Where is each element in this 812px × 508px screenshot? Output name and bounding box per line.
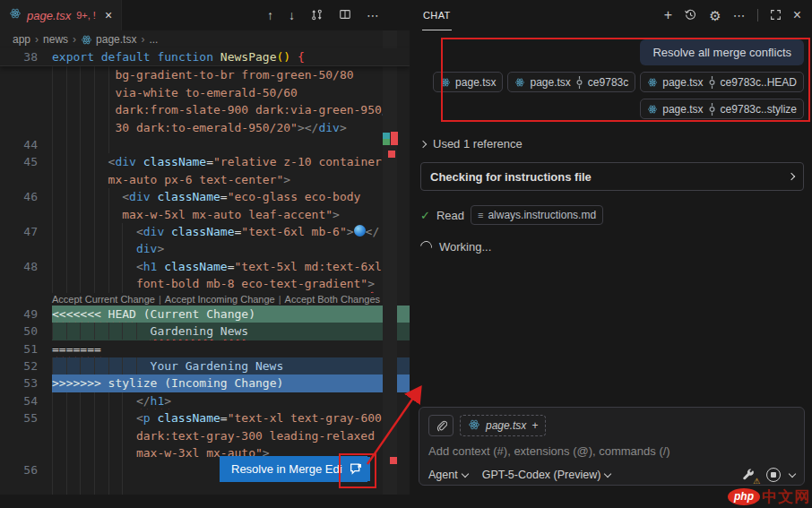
maximize-panel-icon[interactable] <box>770 9 782 22</box>
chat-input-box[interactable]: page.tsx + Add context (#), extensions (… <box>419 407 805 486</box>
line-number: 55 <box>0 409 52 426</box>
code-line: dark:text-gray-300 leading-relaxed <box>0 427 410 444</box>
minimap[interactable] <box>383 30 397 495</box>
merge-conflict-line: 53>>>>>>> stylize (Incoming Change) <box>0 375 410 392</box>
code-line: 47<div className="text-6xl mb-6"></ <box>0 223 410 240</box>
line-number <box>0 427 52 444</box>
ruler-mark-teal <box>383 133 390 139</box>
more-actions-icon[interactable]: ⋯ <box>367 9 379 22</box>
chat-header: CHAT + ⚙ ⋯ × <box>410 0 812 30</box>
line-number: 56 <box>0 461 52 478</box>
chevron-down-icon <box>604 469 611 477</box>
attachment-chips-row: page.tsxce9783c..stylize <box>420 99 804 119</box>
tool-call-box[interactable]: Checking for instructions file <box>420 162 804 191</box>
line-number: 48 <box>0 258 52 275</box>
accept-current-change-link[interactable]: Accept Current Change <box>52 293 155 306</box>
chevron-icon: › <box>73 33 76 46</box>
code-line: 54</h1> <box>0 392 410 409</box>
configure-tools-icon[interactable]: ⚠ <box>741 468 757 482</box>
line-number: 51 <box>0 340 52 357</box>
split-editor-icon[interactable] <box>339 8 351 22</box>
line-number <box>0 66 52 83</box>
line-number <box>0 119 52 136</box>
line-number: 54 <box>0 392 52 409</box>
tab-problems-badge: 9+, ! <box>76 10 96 21</box>
close-panel-icon[interactable]: × <box>793 8 801 22</box>
breadcrumb-item[interactable]: page.tsx <box>81 33 136 46</box>
model-picker[interactable]: GPT-5-Codex (Preview) <box>482 469 611 481</box>
editor-pane: page.tsx 9+, ! × ↑ ↓ ⋯ app›news›page.tsx… <box>0 0 410 495</box>
git-ref-icon <box>575 76 583 89</box>
chat-panel: CHAT + ⚙ ⋯ × Resolve all merge conflicts… <box>410 0 812 508</box>
code-line: bg-gradient-to-br from-green-50/80 <box>0 66 410 83</box>
chevron-right-icon <box>788 173 795 180</box>
attach-context-button[interactable] <box>428 415 454 436</box>
chevron-down-icon[interactable] <box>789 469 796 477</box>
read-label: Read <box>436 209 464 222</box>
used-references-label: Used 1 reference <box>433 137 523 151</box>
code-line: mx-auto px-6 text-center"> <box>0 171 410 188</box>
code-area: bg-gradient-to-br from-green-50/80via-wh… <box>0 66 410 495</box>
stop-button[interactable] <box>766 468 781 482</box>
code-line: 55<p className="text-xl text-gray-600 <box>0 409 410 426</box>
codelens-merge-actions: Accept Current Change|Accept Incoming Ch… <box>0 293 410 306</box>
resolve-in-chat-icon[interactable] <box>342 457 370 481</box>
globe-emoji <box>354 225 366 237</box>
chat-input-placeholder[interactable]: Add context (#), extensions (@), command… <box>428 444 795 458</box>
git-ref-icon <box>708 76 716 89</box>
code-line: 45<div className="relative z-10 containe… <box>0 153 410 170</box>
markdown-file-icon: ≡ <box>478 210 483 220</box>
more-icon[interactable]: ⋯ <box>733 9 746 22</box>
attachment-chip[interactable]: page.tsx <box>433 72 503 92</box>
tab-page-tsx[interactable]: page.tsx 9+, ! × <box>0 0 122 30</box>
model-label: GPT-5-Codex (Preview) <box>482 469 601 481</box>
history-icon[interactable] <box>684 8 697 23</box>
next-change-icon[interactable]: ↓ <box>289 9 295 22</box>
line-number <box>0 275 52 292</box>
tool-call-label: Checking for instructions file <box>430 170 592 184</box>
attachment-chip[interactable]: page.tsxce9783c <box>507 72 635 92</box>
breadcrumb-item[interactable]: news <box>43 33 68 46</box>
mode-picker[interactable]: Agent <box>428 469 468 481</box>
line-number: 52 <box>0 357 52 375</box>
attachment-chips-row: page.tsxpage.tsxce9783cpage.tsxce9783c..… <box>420 72 804 92</box>
breadcrumb-item[interactable]: app <box>13 33 30 46</box>
accept-incoming-change-link[interactable]: Accept Incoming Change <box>165 293 275 306</box>
tab-chat[interactable]: CHAT <box>422 0 452 30</box>
line-number: 47 <box>0 223 52 240</box>
previous-change-icon[interactable]: ↑ <box>267 9 273 22</box>
mode-label: Agent <box>428 469 458 481</box>
code-line: 44 <box>0 136 410 153</box>
watermark: php 中文网 <box>728 486 810 507</box>
breadcrumb-item[interactable]: ... <box>149 33 158 46</box>
gear-icon[interactable]: ⚙ <box>709 9 721 22</box>
attachment-chip[interactable]: page.tsxce9783c..stylize <box>640 99 804 119</box>
attachment-chip[interactable]: page.tsxce9783c..HEAD <box>640 72 804 92</box>
react-file-icon <box>468 418 480 434</box>
ruler-mark-error <box>391 132 398 145</box>
warning-icon: ⚠ <box>753 477 760 486</box>
context-chip-label: page.tsx <box>486 419 526 432</box>
git-ref-icon <box>708 103 716 116</box>
current-file-context-chip[interactable]: page.tsx + <box>460 415 546 436</box>
line-number: 38 <box>0 48 52 65</box>
code-line: div> <box>0 240 410 257</box>
line-number: 44 <box>0 136 52 153</box>
add-icon: + <box>531 419 538 432</box>
used-references-toggle[interactable]: Used 1 reference <box>420 137 804 151</box>
check-icon: ✓ <box>420 209 430 222</box>
ruler-mark-error <box>388 151 395 158</box>
new-chat-icon[interactable]: + <box>664 8 672 22</box>
code-line: dark:from-slate-900 dark:via-green-950/ <box>0 101 410 118</box>
loading-spinner-icon <box>418 238 434 254</box>
ruler-mark-green <box>383 139 390 145</box>
read-file-chip[interactable]: ≡ always.instructions.md <box>471 205 603 225</box>
accept-both-changes-link[interactable]: Accept Both Changes <box>285 293 380 306</box>
php-logo: php <box>728 488 760 505</box>
compare-changes-icon[interactable] <box>310 8 324 23</box>
react-file-icon <box>9 7 22 23</box>
close-icon[interactable]: × <box>105 8 112 22</box>
chevron-down-icon <box>461 469 468 477</box>
editor-tab-bar: page.tsx 9+, ! × ↑ ↓ ⋯ <box>0 0 410 30</box>
chevron-icon: › <box>35 33 39 46</box>
